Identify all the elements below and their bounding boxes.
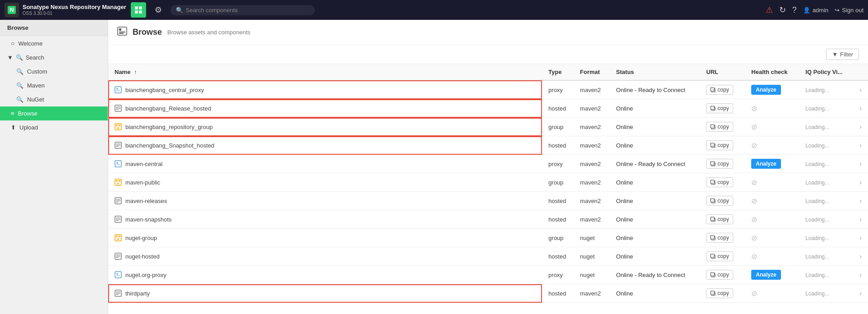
repo-status: Online xyxy=(610,118,700,136)
copy-url-button[interactable]: copy xyxy=(706,214,733,224)
iq-loading-text: Loading... xyxy=(805,180,829,186)
svg-rect-12 xyxy=(116,90,120,91)
col-type[interactable]: Type xyxy=(542,64,574,80)
repo-iq-cell: Loading... xyxy=(799,210,853,229)
repo-iq-cell: Loading... xyxy=(799,229,853,247)
col-status[interactable]: Status xyxy=(610,64,700,80)
sidebar-item-nuget[interactable]: 🔍 NuGet xyxy=(0,92,108,106)
repo-name: maven-releases xyxy=(125,198,167,204)
repo-type: group xyxy=(542,173,574,192)
copy-url-button[interactable]: copy xyxy=(706,122,733,132)
repo-iq-cell: Loading... xyxy=(799,118,853,136)
chevron-right-icon[interactable]: › xyxy=(859,271,862,278)
chevron-right-icon[interactable]: › xyxy=(859,105,862,112)
svg-rect-34 xyxy=(116,162,118,164)
svg-rect-61 xyxy=(711,236,714,239)
alert-icon[interactable]: ⚠ xyxy=(766,5,773,15)
sidebar-item-custom[interactable]: 🔍 Custom xyxy=(0,65,108,78)
topbar: N Sonatype Nexus Repository Manager OSS … xyxy=(0,0,868,20)
analyze-button[interactable]: Analyze xyxy=(751,85,781,95)
col-url[interactable]: URL xyxy=(700,64,745,80)
sidebar-item-welcome[interactable]: ○ Welcome xyxy=(0,36,108,51)
copy-url-button[interactable]: copy xyxy=(706,251,733,261)
svg-rect-7 xyxy=(119,28,121,31)
copy-url-button[interactable]: copy xyxy=(706,85,733,95)
iq-loading-text: Loading... xyxy=(805,272,829,278)
filter-button[interactable]: ▼ Filter xyxy=(826,49,859,60)
browse-icon-button[interactable] xyxy=(131,2,146,18)
analyze-button[interactable]: Analyze xyxy=(751,159,781,169)
sidebar-item-browse[interactable]: ≡ Browse xyxy=(0,106,108,120)
copy-url-button[interactable]: copy xyxy=(706,196,733,206)
repo-url-cell: copy xyxy=(700,155,745,173)
sidebar-item-maven[interactable]: 🔍 Maven xyxy=(0,78,108,92)
repo-format: nuget xyxy=(574,229,610,247)
repo-format: maven2 xyxy=(574,192,610,210)
repo-type-icon xyxy=(115,290,122,297)
col-health[interactable]: Health check xyxy=(745,64,799,80)
col-format[interactable]: Format xyxy=(574,64,610,80)
search-input[interactable] xyxy=(186,7,309,14)
repo-iq-cell: Loading... xyxy=(799,155,853,173)
repo-action-cell: › xyxy=(853,192,868,210)
repo-health-cell: ⊘ xyxy=(745,136,799,155)
sort-arrow: ↑ xyxy=(134,69,137,75)
copy-url-button[interactable]: copy xyxy=(706,270,733,280)
repo-health-cell: ⊘ xyxy=(745,229,799,247)
search-bar[interactable]: 🔍 xyxy=(170,5,315,15)
col-iq[interactable]: IQ Policy Vi... xyxy=(799,64,853,80)
repo-name: nuget-hosted xyxy=(125,253,160,260)
chevron-right-icon[interactable]: › xyxy=(859,160,862,167)
svg-rect-59 xyxy=(117,238,119,240)
help-icon-button[interactable]: ? xyxy=(792,5,797,15)
repo-health-cell: ⊘ xyxy=(745,210,799,229)
chevron-right-icon[interactable]: › xyxy=(859,86,862,93)
copy-url-button[interactable]: copy xyxy=(706,233,733,243)
copy-url-button[interactable]: copy xyxy=(706,103,733,113)
copy-url-button[interactable]: copy xyxy=(706,288,733,298)
sidebar-item-label-maven: Maven xyxy=(27,82,45,89)
sidebar-item-upload[interactable]: ⬆ Upload xyxy=(0,120,108,134)
chevron-right-icon[interactable]: › xyxy=(859,253,862,260)
svg-rect-16 xyxy=(116,106,120,107)
settings-icon-button[interactable]: ⚙ xyxy=(151,2,166,18)
refresh-icon-button[interactable]: ↻ xyxy=(779,5,786,15)
chevron-right-icon[interactable]: › xyxy=(859,234,862,241)
svg-rect-26 xyxy=(711,125,714,128)
svg-rect-63 xyxy=(116,254,120,255)
table-row: nuget-hosted hosted nuget Online copy ⊘ … xyxy=(108,247,868,266)
copy-url-button[interactable]: copy xyxy=(706,177,733,187)
svg-rect-35 xyxy=(116,164,120,165)
repo-status: Online - Ready to Connect xyxy=(610,266,700,284)
user-info[interactable]: 👤 admin xyxy=(803,7,828,14)
copy-url-button[interactable]: copy xyxy=(706,140,733,150)
chevron-right-icon[interactable]: › xyxy=(859,123,862,130)
repo-url-cell: copy xyxy=(700,210,745,229)
repo-name: maven-central xyxy=(125,161,162,167)
chevron-right-icon[interactable]: › xyxy=(859,290,862,297)
table-row: maven-releases hosted maven2 Online copy… xyxy=(108,192,868,210)
sidebar-item-search[interactable]: ▼ 🔍 Search xyxy=(0,51,108,65)
repo-name: maven-snapshots xyxy=(125,216,172,223)
col-name[interactable]: Name ↑ xyxy=(108,64,542,80)
chevron-right-icon[interactable]: › xyxy=(859,216,862,223)
chevron-right-icon[interactable]: › xyxy=(859,142,862,149)
sidebar-item-label-nuget: NuGet xyxy=(27,96,44,103)
repo-name-cell: maven-public xyxy=(115,179,536,186)
search-icon-side: 🔍 xyxy=(16,54,23,61)
copy-url-button[interactable]: copy xyxy=(706,159,733,169)
analyze-button[interactable]: Analyze xyxy=(751,270,781,280)
repo-name-cell: thirdparty xyxy=(115,290,536,297)
signout-label: Sign out xyxy=(842,7,863,14)
repo-type-icon xyxy=(115,197,122,204)
svg-rect-9 xyxy=(119,33,124,34)
repo-type: proxy xyxy=(542,266,574,284)
health-disabled-icon: ⊘ xyxy=(751,253,757,260)
signout-button[interactable]: ↪ Sign out xyxy=(835,7,863,14)
repo-iq-cell: Loading... xyxy=(799,80,853,99)
chevron-right-icon[interactable]: › xyxy=(859,197,862,204)
chevron-right-icon[interactable]: › xyxy=(859,179,862,186)
repo-type: hosted xyxy=(542,247,574,266)
svg-rect-78 xyxy=(711,291,714,295)
nuget-search-icon: 🔍 xyxy=(16,96,23,103)
